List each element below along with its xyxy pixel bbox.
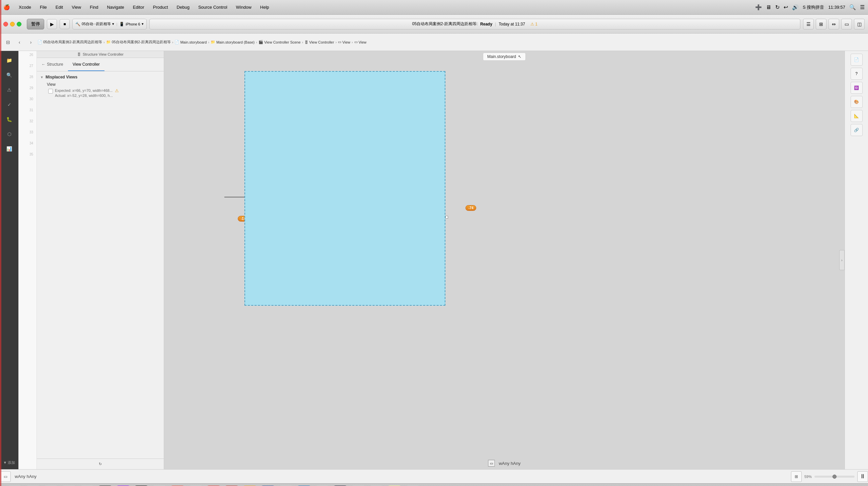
dock-bar: 🖥 ⚙ 🚀 🌐 🍊 ✂ N $_ 🔧 🦅 🌐 🐾 FZ ✏ W 🔭 X 📱 D …	[0, 483, 868, 486]
menu-product[interactable]: Product	[152, 4, 169, 10]
minimize-button[interactable]	[10, 22, 15, 27]
run-button[interactable]: ▶	[47, 19, 57, 29]
warning-triangle-icon: ⚠	[115, 88, 119, 93]
constraint-badge-right[interactable]: -74	[465, 205, 476, 211]
size-inspector-icon[interactable]: 📐	[850, 110, 863, 122]
file-inspector-icon[interactable]: 📄	[850, 54, 863, 66]
tab-structure[interactable]: ← Structure	[37, 58, 68, 71]
attributes-inspector-icon[interactable]: 🎨	[850, 96, 863, 108]
zoom-slider[interactable]	[814, 476, 855, 478]
resize-handle-right[interactable]	[445, 216, 448, 219]
issues-icon[interactable]: ⚠	[3, 83, 16, 96]
nav-forward-button[interactable]: ›	[26, 37, 35, 47]
menu-bar: 🍎 Xcode File Edit View Find Navigate Edi…	[0, 0, 868, 15]
quick-help-icon[interactable]: ?	[850, 68, 863, 80]
breakpoints-icon[interactable]: ⬡	[3, 127, 16, 141]
menu-edit[interactable]: Edit	[54, 4, 64, 10]
search-nav-icon[interactable]: 🔍	[3, 68, 16, 82]
tab-view-controller[interactable]: View Controller	[68, 58, 104, 71]
canvas-size-btn[interactable]: ▭	[0, 471, 11, 482]
vc-title-bar: 🎛 Structure View Controller	[37, 51, 164, 58]
view2-icon: ▭	[354, 40, 358, 44]
nav-back-button[interactable]: ‹	[15, 37, 24, 47]
menu-window[interactable]: Window	[235, 4, 253, 10]
structure-panel: 🎛 Structure View Controller ← Structure …	[37, 51, 164, 469]
breadcrumb-file1[interactable]: 📄 05自动布局案例2-距离四周边距相等	[37, 39, 102, 45]
folder2-icon: 📁	[211, 40, 215, 44]
breadcrumb-storyboard[interactable]: 📄 Main.storyboard	[175, 40, 207, 44]
expected-info: Expected: x=66, y=70, width=468...	[55, 88, 113, 93]
navigator-icon[interactable]: 📁	[3, 54, 16, 67]
device-name: iPhone 6	[126, 22, 140, 26]
view-item-row: Expected: x=66, y=70, width=468... Actua…	[48, 88, 160, 98]
list-icon[interactable]: ☰	[860, 4, 865, 10]
connections-inspector-icon[interactable]: 🔗	[850, 124, 863, 136]
menu-find[interactable]: Find	[88, 4, 99, 10]
breadcrumb-vc-scene[interactable]: 🎬 View Controller Scene	[258, 40, 301, 44]
back-icon[interactable]: ↩	[784, 4, 788, 10]
pause-overlay-button[interactable]: ⏸	[857, 471, 868, 482]
vc-view[interactable]	[244, 71, 445, 306]
close-button[interactable]	[3, 22, 8, 27]
rotate-icon[interactable]: ↻	[775, 4, 780, 10]
volume-icon[interactable]: 🔊	[792, 4, 799, 10]
apple-menu[interactable]: 🍎	[3, 4, 10, 10]
status-sep: |	[495, 22, 496, 27]
menu-source-control[interactable]: Source Control	[197, 4, 229, 10]
zoom-fit-button[interactable]: ⊞	[816, 19, 827, 29]
menu-editor[interactable]: Editor	[132, 4, 146, 10]
maximize-button[interactable]	[17, 22, 22, 27]
sep2: ›	[172, 40, 174, 44]
menu-right-area: ➕ 🖥 ↻ ↩ 🔊 S 搜狗拼音 11:39:57 🔍 ☰	[755, 4, 865, 10]
breadcrumb-view1[interactable]: ▭ View	[338, 40, 350, 44]
structure-content: ▼ Misplaced Views View Expected: x=66, y…	[37, 72, 164, 459]
breadcrumb: 📄 05自动布局案例2-距离四周边距相等 › 📁 05自动布局案例2-距离四周边…	[37, 39, 366, 45]
vc-container: → -119 -74	[224, 64, 459, 312]
panel-toggle[interactable]: ◫	[854, 19, 865, 29]
refresh-button[interactable]: ↻	[97, 461, 103, 467]
test-icon[interactable]: ✓	[3, 98, 16, 111]
bottom-add-icon[interactable]: ▼ 添加	[3, 456, 16, 469]
layout-toggle[interactable]: ⇔	[829, 19, 839, 29]
screen-icon[interactable]: 🖥	[766, 4, 771, 10]
zoom-button[interactable]: ⊞	[791, 471, 802, 482]
menu-file[interactable]: File	[38, 4, 48, 10]
zoom-slider-thumb[interactable]	[833, 475, 837, 479]
scheme-selector[interactable]: 🔨 05自动···距距相等 ▾ | 📱 iPhone 6 ▾	[72, 19, 147, 29]
identity-inspector-icon[interactable]: 🆔	[850, 82, 863, 94]
reports-icon[interactable]: 📊	[3, 142, 16, 155]
debug-nav-icon[interactable]: 🐛	[3, 113, 16, 126]
search-icon[interactable]: 🔍	[849, 4, 856, 10]
storyboard-canvas[interactable]: Main.storyboard ↖ → -119	[164, 51, 844, 469]
pause-button[interactable]: 暂停	[27, 19, 44, 29]
size-class-icon[interactable]: ▭	[488, 460, 495, 466]
sidebar-toggle[interactable]: ▭	[841, 19, 852, 29]
scheme-name: 05自动···距距相等	[82, 22, 111, 27]
status-area: 05自动布局案例2-距离四周边距相等: Ready | Today at 11:…	[149, 19, 800, 29]
breadcrumb-storyboard-base[interactable]: 📁 Main.storyboard (Base)	[211, 40, 254, 44]
breadcrumb-view2[interactable]: ▭ View	[354, 40, 367, 44]
breadcrumb-vc[interactable]: 🎛 View Controller	[304, 40, 334, 44]
sidebar-view-icon[interactable]: ⊟	[3, 37, 13, 47]
right-panel-toggle[interactable]: ›	[839, 250, 844, 270]
navigator-toggle[interactable]: ☰	[803, 19, 814, 29]
warning-badge[interactable]: ⚠ 1	[530, 22, 537, 27]
view-checkbox[interactable]	[48, 89, 53, 93]
menu-view[interactable]: View	[70, 4, 82, 10]
bottom-bar: ▭ wAny hAny ⊞ 59% ⏸	[0, 469, 868, 483]
menu-xcode[interactable]: Xcode	[18, 4, 32, 10]
menu-navigate[interactable]: Navigate	[105, 4, 125, 10]
menu-debug[interactable]: Debug	[176, 4, 191, 10]
plus-icon[interactable]: ➕	[755, 4, 762, 10]
canvas-area[interactable]: Main.storyboard ↖ → -119	[164, 51, 844, 469]
clock: 11:39:57	[828, 5, 845, 10]
input-method-icon[interactable]: S 搜狗拼音	[803, 4, 824, 10]
menu-help[interactable]: Help	[259, 4, 271, 10]
misplaced-views-header[interactable]: ▼ Misplaced Views	[40, 75, 160, 80]
misplaced-views-label: Misplaced Views	[45, 75, 78, 80]
breadcrumb-folder[interactable]: 📁 05自动布局案例2-距离四周边距相等	[106, 39, 171, 45]
stop-button[interactable]: ■	[60, 19, 70, 29]
breadcrumb-label-6: View Controller	[309, 40, 334, 44]
view-info: Expected: x=66, y=70, width=468... Actua…	[55, 88, 113, 98]
stop-icon: ■	[63, 22, 66, 27]
